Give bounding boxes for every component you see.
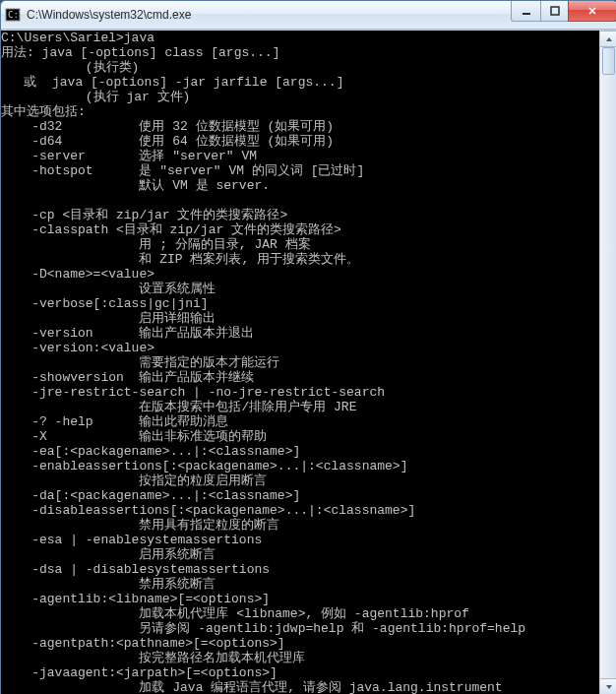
vertical-scrollbar[interactable] [599,31,616,694]
terminal-output[interactable]: C:\Users\Sariel>java 用法: java [-options]… [1,31,599,694]
titlebar[interactable]: C:\ C:\Windows\system32\cmd.exe [1,1,616,30]
svg-rect-2 [523,13,530,15]
cmd-window: C:\ C:\Windows\system32\cmd.exe C:\Users… [0,0,616,694]
scroll-track[interactable] [600,47,616,678]
minimize-button[interactable] [511,1,541,22]
maximize-button[interactable] [540,1,569,22]
svg-text:C:\: C:\ [8,10,21,20]
close-button[interactable] [568,1,616,22]
scroll-up-button[interactable] [600,31,616,47]
scroll-down-button[interactable] [600,678,616,694]
svg-rect-3 [551,7,559,15]
client-area: C:\Users\Sariel>java 用法: java [-options]… [1,30,616,694]
scroll-thumb[interactable] [602,47,615,75]
window-controls [512,1,616,22]
cmd-icon: C:\ [5,7,21,23]
